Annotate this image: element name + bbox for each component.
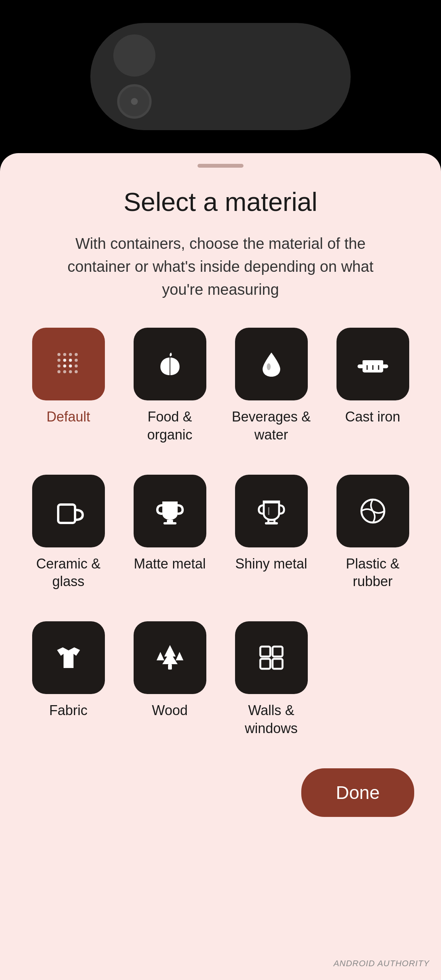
- material-label-walls: Walls & windows: [226, 702, 317, 738]
- empty-cell: [327, 621, 418, 738]
- material-item-fabric[interactable]: Fabric: [23, 621, 114, 738]
- material-label-shinymetal: Shiny metal: [235, 555, 307, 573]
- main-lens: [113, 34, 155, 77]
- material-grid-row1: Default Food & organic: [23, 328, 418, 444]
- camera-lenses: [113, 34, 155, 119]
- lens-dot: [131, 98, 138, 105]
- svg-point-2: [69, 353, 72, 356]
- material-grid-row2: Ceramic & glass Matte metal: [23, 475, 418, 591]
- svg-point-1: [63, 353, 66, 356]
- material-icon-mattemetal: [134, 475, 206, 547]
- material-icon-walls: [235, 621, 308, 694]
- material-icon-fabric: [32, 621, 105, 694]
- svg-point-0: [57, 353, 60, 356]
- svg-marker-35: [157, 652, 164, 660]
- svg-point-12: [57, 370, 60, 373]
- svg-rect-38: [273, 647, 283, 657]
- material-item-plastic[interactable]: Plastic & rubber: [327, 475, 418, 591]
- mattemetal-icon: [153, 494, 187, 528]
- svg-rect-40: [273, 659, 283, 669]
- material-item-wood[interactable]: Wood: [124, 621, 215, 738]
- material-item-ceramic[interactable]: Ceramic & glass: [23, 475, 114, 591]
- done-button-row: Done: [23, 768, 418, 817]
- material-label-plastic: Plastic & rubber: [327, 555, 418, 591]
- svg-point-6: [69, 359, 72, 362]
- svg-point-4: [57, 359, 60, 362]
- svg-point-8: [57, 364, 60, 368]
- material-icon-default: [32, 328, 105, 400]
- watermark: ANDROID AUTHORITY: [333, 959, 430, 969]
- svg-rect-29: [265, 522, 278, 524]
- sheet-subtitle: With containers, choose the material of …: [56, 232, 385, 301]
- material-item-shinymetal[interactable]: Shiny metal: [226, 475, 317, 591]
- material-item-castiron[interactable]: Cast iron: [327, 328, 418, 444]
- material-item-food[interactable]: Food & organic: [124, 328, 215, 444]
- svg-rect-30: [264, 501, 279, 503]
- svg-point-5: [63, 359, 66, 362]
- material-label-ceramic: Ceramic & glass: [23, 555, 114, 591]
- svg-rect-39: [260, 659, 270, 669]
- svg-point-14: [69, 370, 72, 373]
- material-label-beverages: Beverages & water: [226, 408, 317, 444]
- material-label-default: Default: [46, 408, 90, 426]
- svg-point-13: [63, 370, 66, 373]
- svg-rect-34: [168, 664, 172, 670]
- svg-rect-27: [162, 501, 178, 504]
- done-button[interactable]: Done: [301, 768, 414, 817]
- svg-marker-33: [162, 652, 178, 664]
- svg-point-7: [75, 359, 78, 362]
- small-lens: [117, 84, 152, 119]
- walls-icon: [254, 640, 289, 675]
- svg-rect-20: [382, 364, 388, 368]
- material-label-mattemetal: Matte metal: [134, 555, 206, 573]
- svg-rect-24: [58, 505, 75, 523]
- food-icon: [153, 347, 187, 381]
- sheet-title: Select a material: [124, 187, 317, 217]
- default-icon: [51, 347, 86, 381]
- castiron-icon: [356, 347, 390, 381]
- material-icon-wood: [134, 621, 206, 694]
- material-item-beverages[interactable]: Beverages & water: [226, 328, 317, 444]
- svg-point-16: [267, 363, 271, 370]
- material-icon-shinymetal: [235, 475, 308, 547]
- svg-rect-18: [363, 360, 383, 363]
- svg-point-11: [75, 364, 78, 368]
- shinymetal-icon: [254, 494, 289, 528]
- material-icon-ceramic: [32, 475, 105, 547]
- camera-area: [0, 0, 441, 153]
- bottom-sheet: Select a material With containers, choos…: [0, 153, 441, 980]
- material-icon-plastic: [336, 475, 409, 547]
- drag-handle[interactable]: [198, 164, 243, 168]
- svg-rect-37: [260, 647, 270, 657]
- fabric-icon: [51, 640, 86, 675]
- svg-point-9: [63, 364, 66, 368]
- material-item-walls[interactable]: Walls & windows: [226, 621, 317, 738]
- material-label-wood: Wood: [152, 702, 188, 720]
- svg-marker-36: [176, 652, 183, 660]
- material-grid-row3: Fabric Wood: [23, 621, 418, 738]
- water-icon: [254, 347, 289, 381]
- svg-rect-19: [358, 364, 364, 368]
- ceramic-icon: [51, 494, 86, 528]
- svg-point-15: [75, 370, 78, 373]
- camera-pill: [90, 23, 351, 130]
- material-label-food: Food & organic: [124, 408, 215, 444]
- plastic-icon: [356, 494, 390, 528]
- material-item-mattemetal[interactable]: Matte metal: [124, 475, 215, 591]
- svg-rect-26: [163, 522, 176, 524]
- svg-point-10: [69, 364, 72, 368]
- material-label-fabric: Fabric: [49, 702, 87, 720]
- svg-point-3: [75, 353, 78, 356]
- material-icon-beverages: [235, 328, 308, 400]
- wood-icon: [153, 640, 187, 675]
- material-icon-castiron: [336, 328, 409, 400]
- material-label-castiron: Cast iron: [345, 408, 400, 426]
- material-item-default[interactable]: Default: [23, 328, 114, 444]
- material-icon-food: [134, 328, 206, 400]
